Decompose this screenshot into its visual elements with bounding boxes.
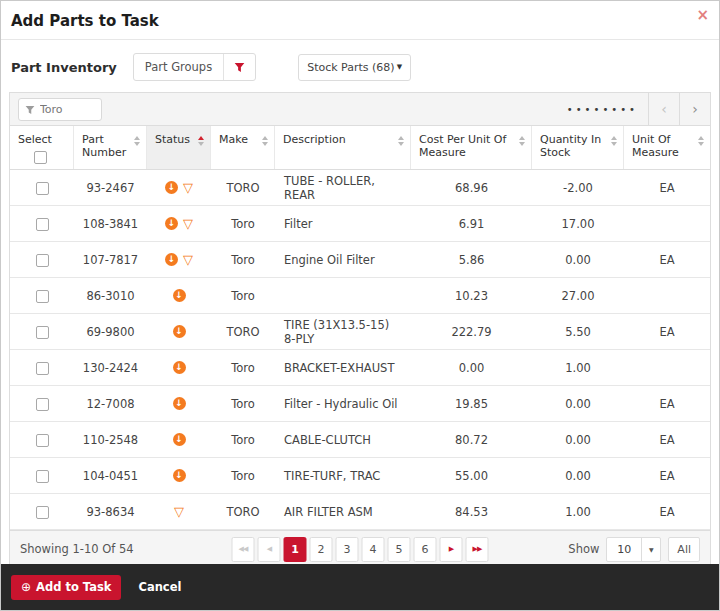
description-cell: TIRE (31X13.5-15) 8-PLY <box>275 318 411 346</box>
row-checkbox[interactable] <box>36 398 49 411</box>
down-arrow-circle-icon: ↓ <box>165 217 178 230</box>
cancel-button[interactable]: Cancel <box>138 580 181 594</box>
quantity-cell: 0.00 <box>532 433 624 447</box>
first-page-button[interactable]: ◀◀ <box>232 537 255 562</box>
column-label: Select <box>18 133 52 146</box>
add-circle-icon: ⊕ <box>21 581 31 593</box>
search-input[interactable] <box>40 103 95 116</box>
row-checkbox[interactable] <box>36 326 49 339</box>
column-label: Status <box>155 133 190 146</box>
page-button-5[interactable]: 5 <box>388 537 411 562</box>
column-header-quantity-in-stock[interactable]: Quantity In Stock <box>532 126 624 169</box>
column-header-status[interactable]: Status <box>147 126 211 169</box>
column-header-select: Select <box>10 126 74 169</box>
unit-cell: EA <box>624 397 710 411</box>
modal-header: Add Parts to Task × <box>1 1 719 40</box>
row-select-cell <box>10 289 74 303</box>
page-size-value: 10 <box>607 538 641 561</box>
page-button-3[interactable]: 3 <box>336 537 359 562</box>
row-select-cell <box>10 325 74 339</box>
inverted-triangle-icon: ▽ <box>174 505 184 518</box>
row-checkbox[interactable] <box>36 434 49 447</box>
show-label: Show <box>568 542 599 556</box>
inverted-triangle-icon: ▽ <box>183 217 193 230</box>
description-cell: Filter - Hydraulic Oil <box>275 397 411 411</box>
sort-arrows-icon <box>398 136 404 146</box>
stock-parts-select[interactable]: Stock Parts (68) ▼ <box>298 54 411 81</box>
row-select-cell <box>10 469 74 483</box>
make-cell: TORO <box>211 325 275 339</box>
quantity-cell: 5.50 <box>532 325 624 339</box>
make-cell: Toro <box>211 469 275 483</box>
inverted-triangle-icon: ▽ <box>183 253 193 266</box>
column-header-cost-per-unit-of-measure[interactable]: Cost Per Unit Of Measure <box>411 126 532 169</box>
status-cell: ↓ <box>147 289 211 302</box>
filter-funnel-icon <box>25 100 35 119</box>
column-position-dots: •••••••• <box>567 104 638 115</box>
row-select-cell <box>10 253 74 267</box>
row-checkbox[interactable] <box>36 470 49 483</box>
table-row: 93-2467↓▽TOROTUBE - ROLLER, REAR68.96-2.… <box>10 170 710 206</box>
row-checkbox[interactable] <box>36 218 49 231</box>
description-cell: AIR FILTER ASM <box>275 505 411 519</box>
make-cell: TORO <box>211 505 275 519</box>
show-all-button[interactable]: All <box>668 537 700 562</box>
column-header-description[interactable]: Description <box>275 126 411 169</box>
close-icon[interactable]: × <box>696 8 709 23</box>
cost-cell: 68.96 <box>411 181 532 195</box>
down-arrow-circle-icon: ↓ <box>173 433 186 446</box>
column-header-unit-of-measure[interactable]: Unit Of Measure <box>624 126 710 169</box>
cost-cell: 84.53 <box>411 505 532 519</box>
unit-cell: EA <box>624 505 710 519</box>
page-buttons: ◀◀◀123456▶▶▶ <box>232 537 489 562</box>
table-row: 69-9800↓TOROTIRE (31X13.5-15) 8-PLY222.7… <box>10 314 710 350</box>
column-header-part-number[interactable]: Part Number <box>74 126 147 169</box>
down-arrow-circle-icon: ↓ <box>165 181 178 194</box>
row-checkbox[interactable] <box>36 182 49 195</box>
sort-arrows-icon <box>519 136 525 146</box>
part-groups-button[interactable]: Part Groups <box>133 53 256 81</box>
scroll-columns-left-icon[interactable]: ‹ <box>648 93 679 125</box>
part-number-cell: 130-2424 <box>74 361 147 375</box>
make-cell: Toro <box>211 217 275 231</box>
part-number-cell: 69-9800 <box>74 325 147 339</box>
page-button-4[interactable]: 4 <box>362 537 385 562</box>
page-button-1[interactable]: 1 <box>284 537 307 562</box>
part-number-cell: 93-2467 <box>74 181 147 195</box>
row-checkbox[interactable] <box>36 290 49 303</box>
row-checkbox[interactable] <box>36 254 49 267</box>
status-cell: ↓ <box>147 361 211 374</box>
grid-pager: Showing 1-10 Of 54 ◀◀◀123456▶▶▶ Show 10 … <box>10 530 710 567</box>
cost-cell: 19.85 <box>411 397 532 411</box>
quantity-cell: 0.00 <box>532 397 624 411</box>
row-select-cell <box>10 361 74 375</box>
description-cell: CABLE-CLUTCH <box>275 433 411 447</box>
status-cell: ↓ <box>147 433 211 446</box>
row-checkbox[interactable] <box>36 362 49 375</box>
table-row: 86-3010↓Toro10.2327.00 <box>10 278 710 314</box>
select-all-checkbox[interactable] <box>34 151 47 164</box>
cost-cell: 0.00 <box>411 361 532 375</box>
prev-page-button[interactable]: ◀ <box>258 537 281 562</box>
sort-arrows-icon <box>134 136 140 146</box>
page-button-2[interactable]: 2 <box>310 537 333 562</box>
table-row: 110-2548↓ToroCABLE-CLUTCH80.720.00EA <box>10 422 710 458</box>
column-label: Description <box>283 133 346 146</box>
column-header-make[interactable]: Make <box>211 126 275 169</box>
row-checkbox[interactable] <box>36 506 49 519</box>
cost-cell: 6.91 <box>411 217 532 231</box>
row-select-cell <box>10 397 74 411</box>
last-page-button[interactable]: ▶▶ <box>466 537 489 562</box>
add-to-task-button[interactable]: ⊕ Add to Task <box>11 575 121 600</box>
next-page-button[interactable]: ▶ <box>440 537 463 562</box>
make-cell: TORO <box>211 181 275 195</box>
page-size-dropdown[interactable]: 10 ▼ <box>606 537 661 562</box>
column-label: Unit Of Measure <box>632 133 694 159</box>
pager-summary: Showing 1-10 Of 54 <box>20 542 134 556</box>
scroll-columns-right-icon[interactable]: › <box>679 93 710 125</box>
down-arrow-circle-icon: ↓ <box>173 361 186 374</box>
page-button-6[interactable]: 6 <box>414 537 437 562</box>
quantity-cell: 0.00 <box>532 469 624 483</box>
status-cell: ↓▽ <box>147 181 211 194</box>
cost-cell: 222.79 <box>411 325 532 339</box>
